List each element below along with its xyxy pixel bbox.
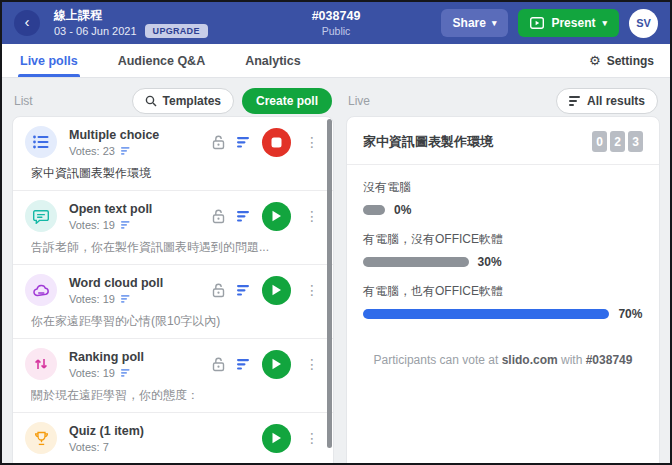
start-poll-button[interactable] — [262, 424, 291, 453]
poll-list-column: List Templates Create poll Multiple choi… — [12, 86, 334, 465]
poll-results-icon[interactable] — [237, 211, 250, 222]
back-button[interactable]: ‹ — [14, 10, 40, 36]
more-options-icon[interactable]: ⋮ — [303, 357, 321, 371]
present-icon — [530, 17, 544, 29]
result-option: 沒有電腦0% — [363, 179, 643, 217]
more-options-icon[interactable]: ⋮ — [303, 431, 321, 445]
poll-votes-label: Votes: 19 — [69, 293, 115, 305]
gear-icon: ⚙ — [589, 53, 601, 68]
poll-title: Multiple choice — [69, 128, 159, 143]
option-label: 有電腦，也有OFFICE軟體 — [363, 283, 643, 300]
quiz-trophy-icon — [25, 422, 57, 454]
all-results-label: All results — [587, 94, 645, 108]
upgrade-badge[interactable]: UPGRADE — [145, 24, 208, 38]
result-option: 有電腦，也有OFFICE軟體70% — [363, 283, 643, 321]
poll-votes-label: Votes: 23 — [69, 145, 115, 157]
slido-domain: slido.com — [502, 353, 558, 367]
event-title: 線上課程 — [54, 8, 208, 22]
result-option: 有電腦，沒有OFFICE軟體30% — [363, 231, 643, 269]
poll-list-card: Multiple choice Votes: 23 ⋮ 家中資訊圖表製作環境 O… — [12, 116, 334, 465]
option-percentage: 30% — [478, 255, 502, 269]
live-column: Live All results 家中資訊圖表製作環境 023 沒有電腦0%有電… — [346, 86, 660, 465]
share-button-label: Share — [453, 16, 486, 30]
active-poll-title: 家中資訊圖表製作環境 — [363, 133, 493, 151]
poll-list-item[interactable]: Ranking poll Votes: 19 ⋮ 關於現在遠距學習，你的態度： — [13, 339, 333, 413]
option-percentage: 0% — [394, 203, 411, 217]
search-icon — [145, 95, 157, 107]
live-heading: Live — [348, 94, 370, 108]
word-cloud-icon — [25, 274, 57, 306]
tab-audience-qa[interactable]: Audience Q&A — [116, 44, 208, 77]
result-options: 沒有電腦0%有電腦，沒有OFFICE軟體30%有電腦，也有OFFICE軟體70% — [347, 165, 659, 335]
results-bars-icon — [569, 96, 581, 106]
poll-results-icon[interactable] — [237, 137, 250, 148]
option-label: 有電腦，沒有OFFICE軟體 — [363, 231, 643, 248]
more-options-icon[interactable]: ⋮ — [303, 209, 321, 223]
start-poll-button[interactable] — [262, 202, 291, 231]
poll-list-item[interactable]: Open text poll Votes: 19 ⋮ 告訴老師，你在製作資訊圖表… — [13, 191, 333, 265]
present-button[interactable]: Present ▾ — [518, 9, 619, 37]
vote-hint: Participants can vote at slido.com with … — [347, 353, 659, 367]
vote-code: #038749 — [586, 353, 633, 367]
open-text-icon — [25, 200, 57, 232]
ranking-icon — [25, 348, 57, 380]
share-button[interactable]: Share ▾ — [441, 9, 509, 37]
chevron-down-icon: ▾ — [492, 18, 497, 28]
poll-list-item[interactable]: Word cloud poll Votes: 19 ⋮ 你在家遠距學習的心情(限… — [13, 265, 333, 339]
votes-chart-icon — [121, 295, 130, 303]
event-visibility: Public — [312, 25, 361, 37]
start-poll-button[interactable] — [262, 276, 291, 305]
poll-title: Open text poll — [69, 202, 152, 217]
lock-icon[interactable] — [212, 135, 225, 150]
poll-question: ▶常識測驗 — [31, 461, 321, 465]
votes-chart-icon — [121, 147, 130, 155]
tab-analytics[interactable]: Analytics — [243, 44, 303, 77]
lock-icon[interactable] — [212, 283, 225, 298]
all-results-button[interactable]: All results — [556, 88, 658, 114]
more-options-icon[interactable]: ⋮ — [303, 135, 321, 149]
back-chevron-icon: ‹ — [25, 10, 30, 34]
option-percentage: 70% — [618, 307, 642, 321]
votes-chart-icon — [121, 221, 130, 229]
lock-icon[interactable] — [212, 209, 225, 224]
poll-question: 家中資訊圖表製作環境 — [31, 165, 321, 182]
poll-title: Quiz (1 item) — [69, 424, 144, 439]
content-area: List Templates Create poll Multiple choi… — [2, 78, 670, 465]
top-bar: ‹ 線上課程 03 - 06 Jun 2021 UPGRADE #038749 … — [2, 2, 670, 44]
event-code: #038749 — [312, 9, 361, 23]
stop-poll-button[interactable] — [262, 128, 291, 157]
poll-list: Multiple choice Votes: 23 ⋮ 家中資訊圖表製作環境 O… — [13, 117, 333, 465]
poll-results-icon[interactable] — [237, 359, 250, 370]
poll-title: Word cloud poll — [69, 276, 163, 291]
poll-question: 告訴老師，你在製作資訊圖表時遇到的問題... — [31, 239, 321, 256]
avatar[interactable]: SV — [629, 9, 658, 38]
poll-results-icon[interactable] — [237, 285, 250, 296]
live-result-card: 家中資訊圖表製作環境 023 沒有電腦0%有電腦，沒有OFFICE軟體30%有電… — [346, 116, 660, 465]
start-poll-button[interactable] — [262, 350, 291, 379]
app-window: ‹ 線上課程 03 - 06 Jun 2021 UPGRADE #038749 … — [0, 0, 672, 465]
list-heading: List — [14, 94, 33, 108]
poll-list-item[interactable]: Multiple choice Votes: 23 ⋮ 家中資訊圖表製作環境 — [13, 117, 333, 191]
vote-counter: 023 — [592, 131, 643, 152]
present-button-label: Present — [551, 16, 595, 30]
templates-button[interactable]: Templates — [132, 88, 234, 114]
more-options-icon[interactable]: ⋮ — [303, 283, 321, 297]
multiple-choice-icon — [25, 126, 57, 158]
scrollbar[interactable] — [327, 119, 332, 465]
result-bar — [363, 205, 385, 215]
counter-digit: 2 — [610, 131, 625, 152]
settings-button[interactable]: ⚙ Settings — [589, 44, 654, 77]
result-bar — [363, 309, 609, 319]
poll-list-item[interactable]: Quiz (1 item) Votes: 7 ⋮ ▶常識測驗 — [13, 413, 333, 465]
poll-question: 你在家遠距學習的心情(限10字以內) — [31, 313, 321, 330]
event-code-block: #038749 Public — [312, 9, 361, 37]
create-poll-button[interactable]: Create poll — [242, 88, 332, 114]
counter-digit: 3 — [628, 131, 643, 152]
poll-title: Ranking poll — [69, 350, 144, 365]
event-info: 線上課程 03 - 06 Jun 2021 UPGRADE — [54, 8, 208, 38]
tab-live-polls[interactable]: Live polls — [18, 44, 80, 77]
tab-bar: Live polls Audience Q&A Analytics ⚙ Sett… — [2, 44, 670, 78]
result-bar — [363, 257, 469, 267]
lock-icon[interactable] — [212, 357, 225, 372]
chevron-down-icon: ▾ — [602, 18, 607, 28]
